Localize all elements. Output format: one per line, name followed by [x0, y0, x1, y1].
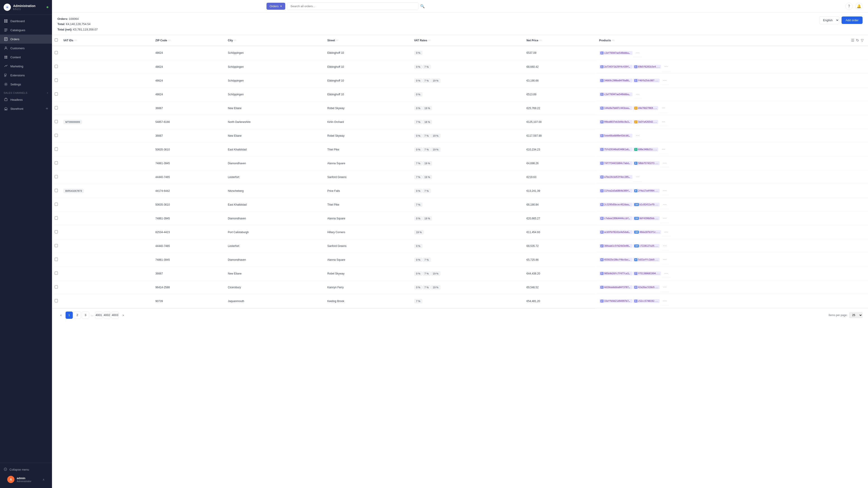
zip-col-options[interactable]: ⋯ — [168, 39, 170, 42]
row-checkbox[interactable] — [55, 106, 58, 109]
user-profile[interactable]: A admin Administrator ∧ — [4, 474, 49, 485]
row-checkbox[interactable] — [55, 148, 58, 151]
vat-ids-col-options[interactable]: ⋯ — [74, 39, 76, 42]
select-all-header[interactable] — [52, 35, 61, 46]
row-checkbox[interactable] — [55, 78, 58, 82]
sidebar-item-storefront[interactable]: Storefront 👁 — [0, 104, 52, 113]
row-checkbox-cell[interactable] — [52, 253, 61, 267]
sidebar-item-headless[interactable]: Headless — [0, 95, 52, 104]
row-actions-btn[interactable]: ⋯ — [662, 228, 671, 236]
row-checkbox[interactable] — [55, 134, 58, 137]
row-checkbox[interactable] — [55, 161, 58, 164]
table-refresh-btn[interactable]: ↻ — [856, 38, 859, 42]
row-checkbox[interactable] — [55, 258, 58, 261]
row-actions-btn[interactable]: ⋯ — [660, 76, 669, 85]
row-actions-btn[interactable]: ⋯ — [660, 186, 669, 195]
net-price-col-options[interactable]: ⋯ — [539, 39, 541, 42]
row-actions-btn[interactable]: ⋯ — [659, 117, 668, 126]
sidebar-item-catalogues[interactable]: Catalogues — [0, 26, 52, 35]
row-checkbox[interactable] — [55, 189, 58, 192]
row-checkbox[interactable] — [55, 244, 58, 247]
sidebar-item-marketing[interactable]: Marketing — [0, 62, 52, 71]
collapse-menu-btn[interactable]: Collapse menu — [4, 466, 49, 474]
row-checkbox-cell[interactable] — [52, 88, 61, 101]
sidebar-item-settings[interactable]: Settings — [0, 80, 52, 89]
prev-page-btn[interactable]: ‹ — [57, 312, 65, 319]
catalogues-icon — [4, 28, 8, 32]
sidebar-item-customers[interactable]: Customers — [0, 43, 52, 53]
search-input[interactable] — [287, 2, 418, 10]
row-checkbox[interactable] — [55, 175, 58, 178]
storefront-visibility-icon[interactable]: 👁 — [46, 107, 49, 110]
sidebar-item-dashboard[interactable]: Dashboard — [0, 17, 52, 26]
vat-rates-col-options[interactable]: ⋯ — [428, 39, 431, 42]
row-checkbox-cell[interactable] — [52, 281, 61, 294]
row-checkbox-cell[interactable] — [52, 156, 61, 170]
page-btn-4003[interactable]: 4003 — [112, 312, 119, 319]
row-actions-btn[interactable]: ⋯ — [633, 90, 642, 99]
row-checkbox[interactable] — [55, 285, 58, 289]
search-submit-btn[interactable]: 🔍 — [420, 4, 425, 8]
page-btn-2[interactable]: 2 — [74, 312, 81, 319]
help-btn[interactable]: ? — [845, 3, 852, 10]
table-filter-btn[interactable]: ▽ — [861, 38, 864, 42]
page-btn-3[interactable]: 3 — [82, 312, 89, 319]
row-checkbox-cell[interactable] — [52, 101, 61, 115]
add-order-btn[interactable]: Add order — [842, 17, 863, 24]
row-checkbox-cell[interactable] — [52, 267, 61, 281]
row-actions-btn[interactable]: ⋯ — [633, 172, 642, 182]
row-actions-btn[interactable]: ⋯ — [660, 283, 669, 292]
sidebar-item-content[interactable]: Content — [0, 53, 52, 62]
orders-dropdown-btn[interactable]: Orders ▼ — [267, 3, 285, 10]
row-checkbox[interactable] — [55, 120, 58, 123]
row-checkbox-cell[interactable] — [52, 225, 61, 239]
row-actions-btn[interactable]: ⋯ — [660, 159, 669, 168]
row-checkbox-cell[interactable] — [52, 129, 61, 142]
row-actions-btn[interactable]: ⋯ — [660, 200, 669, 209]
row-checkbox[interactable] — [55, 299, 58, 302]
next-page-btn[interactable]: › — [120, 312, 127, 319]
row-checkbox[interactable] — [55, 271, 58, 275]
row-checkbox-cell[interactable] — [52, 212, 61, 225]
page-btn-4002[interactable]: 4002 — [103, 312, 111, 319]
row-actions-btn[interactable]: ⋯ — [662, 269, 671, 278]
row-actions-btn[interactable]: ⋯ — [660, 255, 669, 264]
sidebar-item-orders[interactable]: Orders — [0, 35, 52, 43]
row-checkbox[interactable] — [55, 92, 58, 96]
add-sales-channel-btn[interactable]: + — [47, 92, 49, 94]
per-page-select[interactable]: 25 50 100 — [849, 312, 863, 318]
page-btn-1[interactable]: 1 — [66, 312, 73, 319]
row-checkbox[interactable] — [55, 217, 58, 220]
row-actions-btn[interactable]: ⋯ — [633, 48, 642, 57]
row-checkbox-cell[interactable] — [52, 294, 61, 308]
row-checkbox-cell[interactable] — [52, 46, 61, 60]
row-checkbox[interactable] — [55, 203, 58, 206]
sidebar-item-extensions[interactable]: Extensions — [0, 71, 52, 80]
row-actions-btn[interactable]: ⋯ — [662, 62, 671, 71]
row-checkbox-cell[interactable] — [52, 184, 61, 198]
row-checkbox-cell[interactable] — [52, 115, 61, 129]
row-actions-btn[interactable]: ⋯ — [660, 296, 669, 305]
row-checkbox-cell[interactable] — [52, 74, 61, 88]
row-actions-btn[interactable]: ⋯ — [660, 214, 669, 223]
table-view-btn[interactable]: ☰ — [851, 38, 854, 42]
row-actions-btn[interactable]: ⋯ — [660, 241, 669, 250]
row-checkbox[interactable] — [55, 230, 58, 233]
products-col-options[interactable]: ⋯ — [612, 39, 614, 42]
vat-rate-tag: 7 % — [423, 285, 431, 289]
row-checkbox[interactable] — [55, 65, 58, 68]
row-checkbox-cell[interactable] — [52, 60, 61, 74]
street-col-options[interactable]: ⋯ — [336, 39, 338, 42]
row-actions-btn[interactable]: ⋯ — [659, 145, 668, 154]
notifications-btn[interactable]: 🔔 — [855, 3, 863, 10]
row-actions-btn[interactable]: ⋯ — [633, 131, 642, 140]
row-checkbox-cell[interactable] — [52, 170, 61, 184]
row-checkbox-cell[interactable] — [52, 142, 61, 156]
language-select[interactable]: English — [819, 16, 839, 24]
row-checkbox-cell[interactable] — [52, 198, 61, 212]
city-col-options[interactable]: ⋯ — [234, 39, 236, 42]
page-btn-4001[interactable]: 4001 — [95, 312, 102, 319]
row-checkbox-cell[interactable] — [52, 239, 61, 253]
row-actions-btn[interactable]: ⋯ — [659, 103, 668, 112]
row-checkbox[interactable] — [55, 51, 58, 54]
